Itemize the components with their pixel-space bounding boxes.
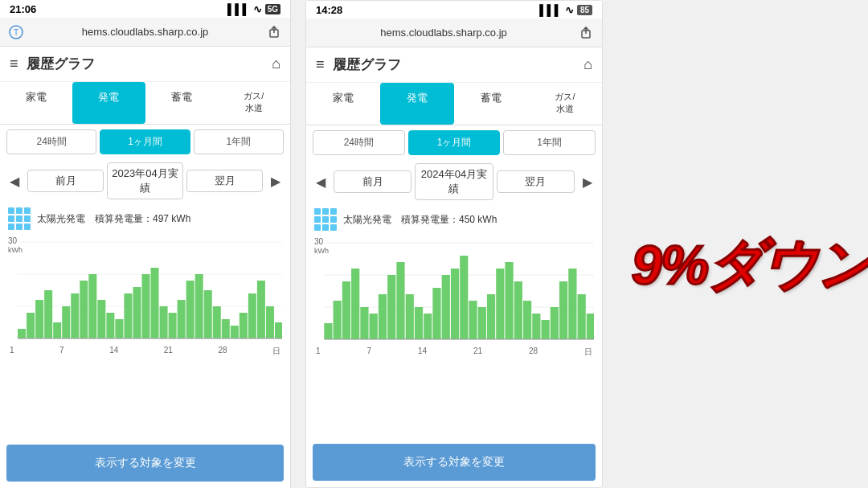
svg-rect-48	[370, 314, 378, 339]
right-category-tabs: 家電 発電 蓄電 ガス/水道	[306, 83, 602, 125]
left-tab-hatsuden[interactable]: 発電	[72, 82, 145, 124]
left-x-labels: 1 7 14 21 28 日	[8, 346, 282, 357]
right-solar-info: 太陽光発電 積算発電量：450 kWh	[306, 203, 602, 236]
right-status-bar: 14:28 ▌▌▌ ∿ 85	[306, 1, 602, 18]
svg-rect-31	[231, 326, 239, 338]
left-category-tabs: 家電 発電 蓄電 ガス/水道	[0, 82, 290, 125]
left-tab-1month[interactable]: 1ヶ月間	[100, 129, 190, 154]
right-tab-1month[interactable]: 1ヶ月間	[408, 130, 501, 155]
right-change-target-button[interactable]: 表示する対象を変更	[313, 444, 596, 481]
left-translate-icon: T	[8, 24, 24, 40]
svg-rect-8	[27, 313, 35, 338]
right-y-max: 30	[314, 237, 323, 246]
svg-rect-28	[204, 290, 212, 338]
left-tab-kaden[interactable]: 家電	[0, 82, 72, 124]
right-x-14: 14	[418, 347, 427, 358]
right-next-arrow[interactable]: ▶	[578, 171, 597, 193]
left-next-arrow[interactable]: ▶	[266, 170, 285, 192]
svg-rect-49	[379, 294, 387, 339]
svg-rect-32	[240, 313, 248, 338]
right-time: 14:28	[316, 4, 342, 16]
right-tab-kaden[interactable]: 家電	[306, 83, 380, 125]
right-tab-1year[interactable]: 1年間	[503, 130, 596, 155]
svg-rect-70	[568, 269, 576, 339]
left-prev-arrow[interactable]: ◀	[5, 170, 24, 192]
svg-rect-16	[97, 300, 105, 338]
left-month-nav: ◀ 前月 2023年04月実績 翌月 ▶	[0, 159, 290, 203]
right-hamburger-icon[interactable]: ≡	[316, 56, 325, 73]
svg-rect-45	[342, 281, 350, 339]
annotation-area: 9%ダウン	[643, 201, 860, 330]
right-signal-icon: ▌▌▌	[539, 4, 562, 16]
right-tab-gas[interactable]: ガス/水道	[528, 83, 602, 125]
svg-rect-30	[222, 319, 230, 338]
left-change-target-button[interactable]: 表示する対象を変更	[6, 445, 284, 482]
svg-rect-60	[478, 307, 486, 339]
svg-rect-67	[541, 320, 549, 339]
svg-rect-52	[406, 294, 414, 339]
left-bar-chart	[8, 238, 282, 342]
left-status-icons: ▌▌▌ ∿ 5G	[227, 3, 280, 15]
svg-rect-35	[266, 306, 274, 338]
svg-rect-29	[213, 306, 221, 338]
left-url-text: hems.cloudlabs.sharp.co.jp	[29, 26, 261, 38]
svg-rect-17	[106, 313, 114, 338]
svg-rect-63	[505, 262, 513, 339]
left-x-1: 1	[10, 346, 14, 357]
svg-text:T: T	[14, 28, 18, 37]
left-tab-chikuden[interactable]: 蓄電	[145, 82, 218, 124]
svg-rect-57	[451, 269, 459, 339]
panel-divider	[291, 0, 297, 488]
right-prev-label: 前月	[334, 170, 411, 193]
left-y-unit: kWh	[8, 246, 23, 254]
left-tab-24h[interactable]: 24時間	[6, 129, 96, 154]
right-battery-badge: 85	[577, 5, 592, 15]
right-time-tabs: 24時間 1ヶ月間 1年間	[306, 125, 602, 160]
right-share-icon[interactable]	[578, 25, 594, 41]
right-tab-24h[interactable]: 24時間	[313, 130, 405, 155]
right-tab-chikuden[interactable]: 蓄電	[454, 83, 528, 125]
right-wifi-icon: ∿	[565, 4, 574, 16]
svg-rect-62	[496, 269, 504, 339]
svg-rect-55	[432, 288, 440, 339]
svg-rect-69	[559, 281, 567, 339]
svg-rect-43	[324, 323, 332, 339]
right-home-icon[interactable]: ⌂	[583, 56, 592, 73]
svg-rect-22	[151, 268, 159, 338]
right-panel: 14:28 ▌▌▌ ∿ 85 hems.cloudlabs.sharp.co.j…	[305, 0, 603, 488]
left-carrier-badge: 5G	[265, 4, 280, 14]
left-solar-label: 太陽光発電 積算発電量：497 kWh	[37, 212, 190, 226]
right-x-7: 7	[366, 347, 371, 358]
left-share-icon[interactable]	[266, 24, 282, 40]
right-tab-hatsuden[interactable]: 発電	[380, 83, 454, 125]
left-solar-icon	[8, 207, 31, 230]
svg-rect-61	[487, 294, 495, 339]
svg-rect-34	[257, 281, 265, 338]
svg-rect-19	[124, 293, 132, 338]
right-x-day: 日	[584, 347, 592, 358]
left-page-title: 履歴グラフ	[27, 55, 264, 73]
left-url-bar[interactable]: T hems.cloudlabs.sharp.co.jp	[0, 18, 290, 47]
left-hamburger-icon[interactable]: ≡	[10, 55, 18, 72]
right-solar-label: 太陽光発電 積算発電量：450 kWh	[343, 213, 497, 227]
svg-rect-24	[169, 313, 177, 338]
left-time-tabs: 24時間 1ヶ月間 1年間	[0, 125, 290, 159]
svg-rect-7	[18, 329, 26, 338]
right-next-label: 翌月	[497, 170, 575, 193]
right-url-bar[interactable]: hems.cloudlabs.sharp.co.jp	[306, 18, 602, 47]
svg-rect-36	[275, 322, 282, 338]
left-chart: 30 kWh 1 7 14 21 28 日	[0, 235, 290, 441]
svg-rect-53	[415, 307, 423, 339]
left-home-icon[interactable]: ⌂	[272, 55, 280, 72]
left-tab-gas[interactable]: ガス/水道	[218, 82, 290, 124]
left-status-bar: 21:06 ▌▌▌ ∿ 5G	[0, 0, 290, 18]
left-panel: 21:06 ▌▌▌ ∿ 5G T hems.cloudlabs.sharp.co…	[0, 0, 291, 488]
svg-rect-66	[532, 314, 540, 339]
right-prev-arrow[interactable]: ◀	[311, 171, 330, 193]
left-x-14: 14	[109, 346, 118, 357]
right-solar-icon	[314, 208, 337, 231]
left-tab-1year[interactable]: 1年間	[194, 129, 284, 154]
svg-rect-10	[44, 290, 52, 338]
left-wifi-icon: ∿	[253, 3, 262, 15]
svg-rect-15	[88, 274, 96, 338]
